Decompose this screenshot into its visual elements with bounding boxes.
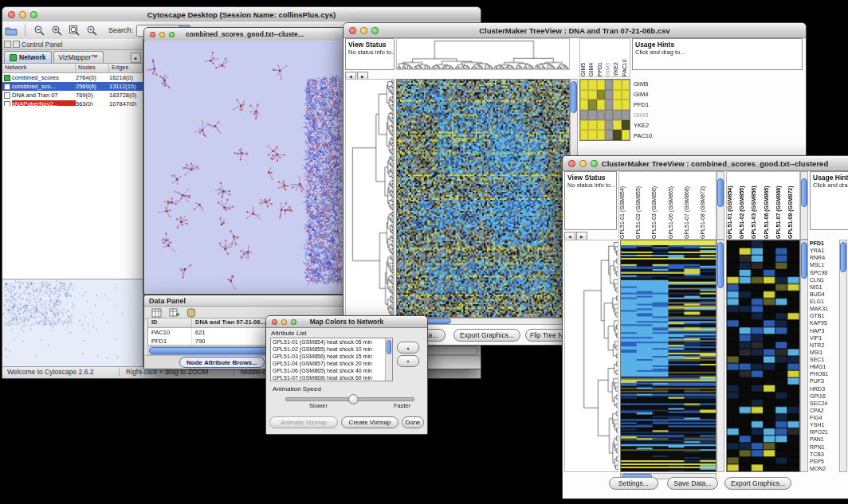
attribute-list-item[interactable]: GPL51-01 (GSM854) heat shock 05 min (271, 338, 392, 346)
attribute-list-item[interactable]: GPL51-03 (GSM856) heat shock 15 min (271, 353, 392, 360)
slider-thumb[interactable] (348, 394, 359, 404)
node-attribute-browser-tab[interactable]: Node Attribute Brows... (179, 357, 265, 368)
gene-label[interactable]: MSI1 (810, 349, 838, 356)
gene-label[interactable]: RNR4 (810, 254, 838, 261)
gene-label[interactable]: FIG4 (810, 414, 838, 421)
scrollbar-thumb[interactable] (717, 242, 724, 288)
labels-vscrollbar[interactable] (716, 171, 724, 240)
attribute-list-item[interactable]: GPL51-06 (GSM865) heat shock 40 min (271, 367, 392, 374)
gene-label[interactable]: HRD3 (810, 385, 838, 393)
gene-label[interactable]: GTB1 (810, 312, 838, 319)
zoom-selected-icon[interactable] (84, 24, 99, 37)
global-heatmap-canvas[interactable] (620, 240, 716, 472)
global-heatmap-canvas[interactable] (396, 79, 570, 318)
scrollbar-thumb[interactable] (801, 178, 807, 207)
settings-button[interactable]: Settings... (609, 477, 658, 490)
done-button[interactable]: Done (402, 416, 424, 428)
gene-label[interactable]: ELG1 (810, 298, 838, 305)
gene-label[interactable]: GPI16 (810, 393, 838, 400)
treeview-dna-titlebar[interactable]: ClusterMaker TreeView : DNA and Tran 07-… (344, 23, 806, 38)
attribute-list-item[interactable]: GPL51-04 (GSM857) heat shock 20 min (271, 360, 392, 367)
heatmap-cell (605, 110, 613, 120)
gene-label[interactable]: BUD4 (810, 291, 838, 298)
main-titlebar[interactable]: Cytoscape Desktop (Session Name: collins… (2, 7, 481, 22)
scrollbar-thumb[interactable] (717, 178, 724, 207)
save-data-button[interactable]: Save Data... (667, 477, 718, 490)
column-label: PAC10 (622, 39, 630, 76)
gene-label[interactable]: RPN1 (810, 443, 838, 451)
gene-label[interactable]: SPC98 (810, 269, 838, 276)
float-panel-icon[interactable] (4, 41, 11, 48)
network-table-row[interactable]: combined_sco...2569(6)13112(15) (2, 82, 143, 91)
zoom-vscrollbar[interactable] (800, 240, 808, 472)
gene-label[interactable]: PFD1 (810, 240, 838, 247)
gene-label[interactable]: YRA1 (810, 247, 838, 254)
gene-label[interactable]: VIP1 (810, 334, 838, 342)
gene-label[interactable]: NTR2 (810, 342, 838, 349)
gene-label[interactable]: SEC24 (810, 400, 838, 407)
attribute-list-item[interactable]: GPL51-07 (GSM868) heat shock 60 min (271, 374, 392, 381)
column-dendrogram-canvas[interactable] (396, 38, 570, 70)
animate-vizmap-button[interactable]: Animate Vizmap (269, 416, 338, 428)
network-view-titlebar[interactable]: combined_scores_good.txt--cluste... (144, 28, 345, 41)
export-graphics-button[interactable]: Export Graphics... (724, 477, 791, 490)
treeview-combined-titlebar[interactable]: ClusterMaker TreeView : combined_scores_… (563, 156, 848, 171)
gene-label[interactable]: RPO21 (810, 428, 838, 436)
network-table-row[interactable]: combined_scores2764(0)16218(0) (2, 73, 143, 82)
scrollbar-thumb[interactable] (801, 242, 807, 279)
zoom-out-icon[interactable] (32, 24, 46, 37)
gene-label[interactable]: KAP95 (810, 319, 838, 326)
network-graph-canvas[interactable] (145, 41, 344, 293)
scrollbar-thumb[interactable] (840, 242, 846, 272)
network-overview-canvas[interactable] (2, 279, 143, 367)
labels-vscrollbar[interactable] (800, 171, 808, 240)
gene-label[interactable]: CPA2 (810, 407, 838, 414)
heatmap-cell (580, 130, 588, 140)
gene-label[interactable]: HAP3 (810, 327, 838, 334)
column-header-network[interactable]: Network (2, 64, 76, 72)
scrollbar-thumb[interactable] (571, 81, 577, 113)
treeview-dna-title: ClusterMaker TreeView : DNA and Tran 07-… (344, 23, 806, 37)
network-table-row[interactable]: DNA and Tran 07769(0)183728(0) (2, 91, 143, 100)
gene-label[interactable]: PHO81 (810, 370, 838, 377)
export-graphics-button[interactable]: Export Graphics... (453, 329, 520, 342)
gene-label[interactable]: CLN1 (810, 276, 838, 283)
tab-vizmapper[interactable]: VizMapper™ (53, 51, 104, 63)
create-vizmap-button[interactable]: Create Vizmap (341, 416, 398, 428)
move-down-button[interactable]: ▼ (397, 355, 419, 367)
tab-network[interactable]: Network (4, 51, 52, 63)
row-dendrogram-canvas[interactable] (564, 240, 618, 472)
attribute-list-item[interactable]: GPL51-02 (GSM855) heat shock 10 min (271, 346, 392, 353)
list-vscrollbar[interactable] (385, 338, 392, 381)
close-panel-icon[interactable] (13, 41, 20, 48)
tab-overflow-icon[interactable]: ▶ (131, 53, 141, 63)
column-header-edges[interactable]: Edges (109, 64, 143, 72)
gene-label[interactable]: SEC1 (810, 356, 838, 363)
gene-label[interactable]: PAN1 (810, 436, 838, 443)
zoom-heatmap[interactable] (579, 79, 630, 141)
scrollbar-thumb[interactable] (387, 340, 391, 354)
attribute-list[interactable]: GPL51-01 (GSM854) heat shock 05 minGPL51… (270, 338, 393, 381)
column-header-id[interactable]: ID (148, 318, 192, 327)
zoom-fit-icon[interactable] (67, 24, 81, 37)
gene-list-vscrollbar[interactable] (839, 240, 847, 472)
gene-label[interactable]: HMG1 (810, 363, 838, 370)
row-dendrogram-canvas[interactable] (345, 79, 395, 318)
open-session-icon[interactable] (4, 24, 18, 37)
gene-label[interactable]: PUF3 (810, 377, 838, 385)
dialog-titlebar[interactable]: Map Colors to Network (266, 316, 427, 328)
gene-label[interactable]: MSL1 (810, 261, 838, 268)
animation-speed-slider[interactable] (285, 397, 414, 401)
gene-label[interactable]: PEP5 (810, 458, 838, 465)
gene-label[interactable]: NIS1 (810, 283, 838, 291)
gene-label[interactable]: MON2 (810, 465, 838, 472)
gene-label[interactable]: TCB3 (810, 451, 838, 458)
move-up-button[interactable]: ▲ (397, 342, 419, 354)
gene-label[interactable]: YSH1 (810, 421, 838, 428)
zoom-in-icon[interactable] (49, 24, 64, 37)
zoom-heatmap-canvas[interactable] (726, 240, 800, 472)
heatmap-vscrollbar[interactable] (716, 240, 724, 472)
heatmap-cell (613, 120, 621, 131)
gene-label[interactable]: MAK31 (810, 305, 838, 312)
column-header-nodes[interactable]: Nodes (76, 64, 109, 72)
